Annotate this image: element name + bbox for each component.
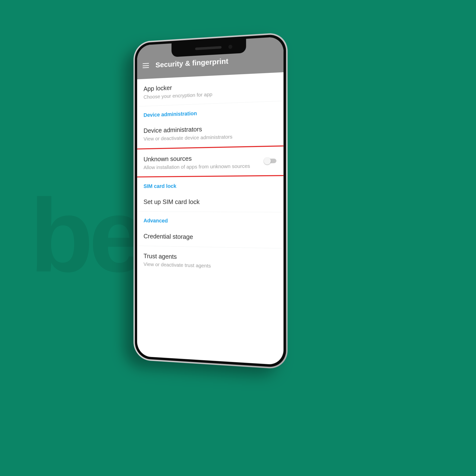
setting-device-administrators[interactable]: Device administrators View or deactivate… bbox=[137, 117, 283, 149]
phone-mockup: Security & fingerprint App locker Choose… bbox=[133, 32, 288, 370]
setting-trust-agents[interactable]: Trust agents View or deactivate trust ag… bbox=[137, 246, 283, 277]
hamburger-menu-icon[interactable] bbox=[143, 63, 149, 68]
page-title: Security & fingerprint bbox=[155, 57, 228, 69]
section-header-advanced: Advanced bbox=[137, 212, 283, 228]
setting-title: Unknown sources bbox=[144, 153, 263, 163]
section-header-sim: SIM card lock bbox=[137, 176, 283, 192]
phone-screen: Security & fingerprint App locker Choose… bbox=[137, 36, 283, 365]
setting-title: Credential storage bbox=[144, 233, 276, 242]
unknown-sources-toggle[interactable] bbox=[264, 158, 276, 163]
speaker-icon bbox=[195, 46, 222, 50]
setting-unknown-sources[interactable]: Unknown sources Allow installation of ap… bbox=[137, 145, 283, 177]
setting-title: Set up SIM card lock bbox=[144, 198, 276, 206]
brand-text-left: be bbox=[30, 177, 142, 294]
setting-credential-storage[interactable]: Credential storage bbox=[137, 226, 283, 248]
setting-sim-lock[interactable]: Set up SIM card lock bbox=[137, 191, 283, 212]
toggle-knob-icon bbox=[264, 157, 271, 165]
setting-subtitle: Allow installation of apps from unknown … bbox=[144, 162, 263, 171]
camera-icon bbox=[228, 45, 232, 49]
settings-list: App locker Choose your encryption for ap… bbox=[137, 72, 283, 277]
